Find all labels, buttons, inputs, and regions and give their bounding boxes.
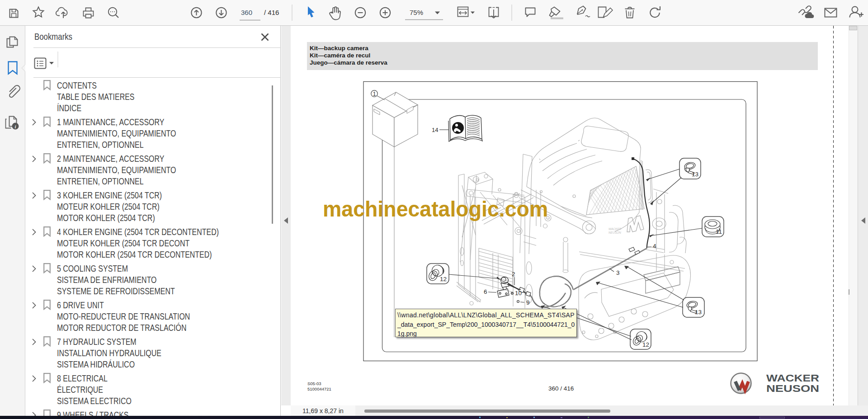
svg-text:12: 12 [642,341,649,348]
svg-text:13: 13 [692,171,698,178]
svg-text:10: 10 [515,290,522,297]
svg-text:360: 360 [241,9,252,16]
svg-text:6: 6 [484,288,487,295]
svg-text:13: 13 [695,309,702,315]
svg-text:11: 11 [716,228,722,235]
svg-text:1: 1 [373,91,376,97]
svg-text:14: 14 [432,127,438,133]
svg-text:2: 2 [512,271,515,278]
svg-text:4: 4 [653,243,656,250]
svg-text:9: 9 [526,299,530,306]
svg-text:WACKER: WACKER [609,227,622,231]
svg-text:3: 3 [616,269,620,276]
svg-text:75%: 75% [410,9,423,16]
svg-text:12: 12 [440,276,447,282]
svg-text:/ 416: / 416 [264,9,279,16]
